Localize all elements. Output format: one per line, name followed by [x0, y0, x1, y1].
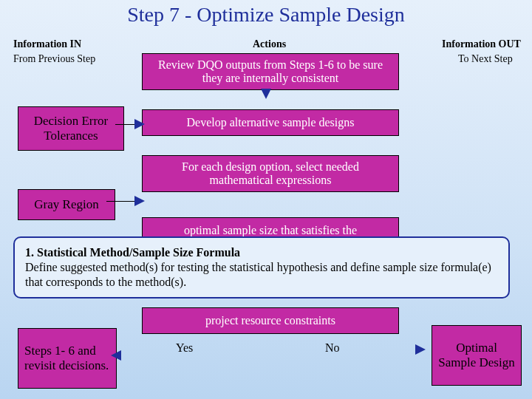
callout-body: Define suggested method(s) for testing t…	[25, 261, 491, 288]
label-actions: Actions	[253, 38, 286, 50]
arrow-icon	[261, 89, 271, 99]
input-decision-error-tolerances: Decision Error Tolerances	[18, 106, 124, 151]
arrow-icon	[415, 344, 426, 355]
page-title: Step 7 - Optimize Sample Design	[0, 3, 532, 27]
label-to-next: To Next Step	[458, 53, 513, 65]
arrow-icon	[111, 350, 121, 361]
input-gray-region: Gray Region	[18, 189, 115, 220]
action-resource-constraints: project resource constraints	[142, 307, 399, 334]
arrow-icon	[134, 119, 145, 129]
input-loopback-steps: Steps 1- 6 and revisit decisions.	[18, 328, 117, 389]
label-info-in: Information IN	[13, 38, 81, 50]
label-from-prev: From Previous Step	[13, 53, 95, 65]
action-select-expressions: For each design option, select needed ma…	[142, 155, 399, 192]
label-info-out: Information OUT	[442, 38, 521, 50]
action-review-dqo: Review DQO outputs from Steps 1-6 to be …	[142, 53, 399, 90]
callout-lead: 1. Statistical Method/Sample Size Formul…	[25, 246, 240, 259]
label-no: No	[325, 341, 340, 355]
label-yes: Yes	[176, 341, 193, 355]
output-optimal-sample-design: Optimal Sample Design	[432, 325, 522, 386]
callout-stat-method: 1. Statistical Method/Sample Size Formul…	[13, 236, 510, 299]
arrow-icon	[134, 196, 145, 206]
action-develop-designs: Develop alternative sample designs	[142, 109, 399, 136]
